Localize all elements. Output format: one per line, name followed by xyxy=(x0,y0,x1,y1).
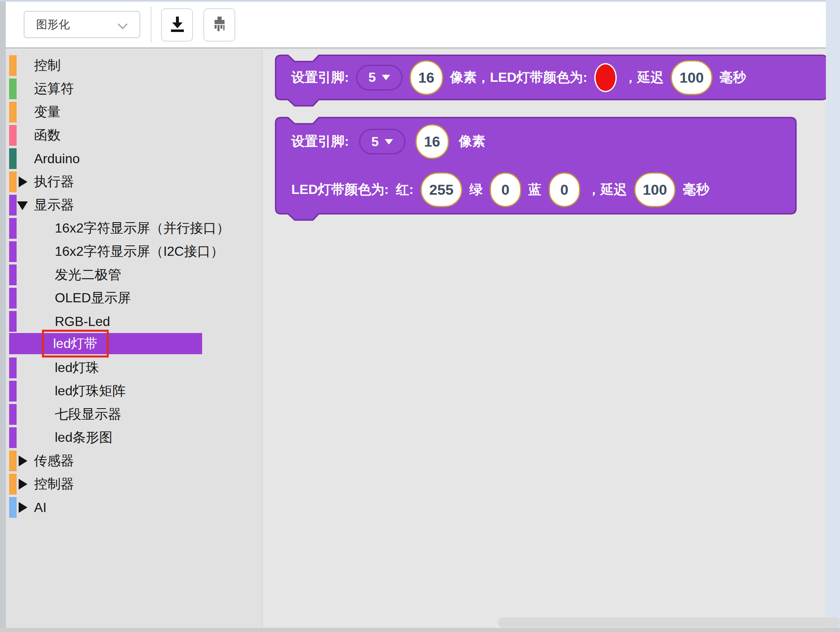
category-color-square xyxy=(9,102,17,122)
category-color-square xyxy=(9,265,17,285)
dropdown-value: 5 xyxy=(371,134,379,149)
pixels-label: 像素 xyxy=(459,132,486,151)
delay-ms-input[interactable]: 100 xyxy=(634,172,676,207)
sidebar-item-led-bead-matrix[interactable]: led灯珠矩阵 xyxy=(6,380,262,403)
category-color-square xyxy=(9,427,17,448)
triangle-down-icon xyxy=(17,201,28,210)
clean-button[interactable] xyxy=(203,8,235,42)
green-label: 绿 xyxy=(469,181,483,199)
category-color-square xyxy=(9,404,17,425)
strip-color-prefix-label: LED灯带颜色为: xyxy=(291,181,389,199)
download-button[interactable] xyxy=(161,8,193,42)
sidebar-item-led-diode[interactable]: 发光二极管 xyxy=(6,263,262,287)
toolbox-sidebar: 控制运算符变量函数Arduino执行器显示器16x2字符显示屏（并行接口）16x… xyxy=(6,50,263,628)
category-color-square xyxy=(9,474,17,495)
dropdown-value: 5 xyxy=(369,70,376,85)
red-value-input[interactable]: 255 xyxy=(420,172,462,207)
sidebar-item-label: OLED显示屏 xyxy=(55,289,131,307)
sidebar-item-label: 传感器 xyxy=(34,452,74,470)
sidebar-item-label: 控制器 xyxy=(34,475,74,493)
category-color-square xyxy=(9,218,17,239)
category-color-square xyxy=(9,497,17,518)
app-root: 图形化 控制运算符变量函数Arduino执行器显示器16x2字 xyxy=(0,0,840,632)
dropdown-caret-icon xyxy=(385,139,393,145)
category-color-square xyxy=(9,311,17,332)
set-pin-label: 设置引脚: xyxy=(291,132,349,151)
sidebar-item-operators[interactable]: 运算符 xyxy=(6,77,262,100)
delay-label: ，延迟 xyxy=(587,181,627,199)
sidebar-item-label: led灯带 xyxy=(53,335,98,353)
sidebar-item-label: led条形图 xyxy=(55,429,112,447)
block-row: 设置引脚:516像素 xyxy=(276,118,796,166)
block-set-led-strip-color-rgb[interactable]: 设置引脚:516像素LED灯带颜色为:红:255绿0蓝0，延迟100毫秒 xyxy=(276,118,796,214)
triangle-right-icon xyxy=(19,502,27,513)
workspace-canvas[interactable]: 设置引脚:516像素，LED灯带颜色为:，延迟100毫秒 设置引脚:516像素L… xyxy=(264,50,826,628)
sidebar-item-display[interactable]: 显示器 xyxy=(6,194,262,217)
sidebar-item-label: 函数 xyxy=(34,126,61,145)
green-value-input[interactable]: 0 xyxy=(490,172,521,207)
sidebar-item-control[interactable]: 控制 xyxy=(6,54,262,77)
selection-annotation-box: led灯带 xyxy=(42,330,109,358)
milliseconds-label: 毫秒 xyxy=(683,181,709,199)
category-color-square xyxy=(9,241,17,262)
sidebar-item-lcd-16x2-parallel[interactable]: 16x2字符显示屏（并行接口） xyxy=(6,217,262,240)
pin-number-dropdown[interactable]: 5 xyxy=(359,129,405,154)
left-edge-strip xyxy=(0,2,6,632)
category-color-square xyxy=(9,288,17,309)
toolbar: 图形化 xyxy=(6,2,826,49)
triangle-right-icon xyxy=(19,176,27,187)
sidebar-item-variables[interactable]: 变量 xyxy=(6,100,262,124)
sidebar-item-label: 显示器 xyxy=(34,196,74,214)
sidebar-item-ai[interactable]: AI xyxy=(6,496,262,519)
category-color-square xyxy=(9,78,17,99)
sidebar-item-functions[interactable]: 函数 xyxy=(6,124,262,147)
sidebar-item-lcd-16x2-i2c[interactable]: 16x2字符显示屏（I2C接口） xyxy=(6,240,262,263)
sidebar-item-sensors[interactable]: 传感器 xyxy=(6,449,262,473)
delay-ms-input[interactable]: 100 xyxy=(671,60,712,95)
category-color-square xyxy=(9,148,17,169)
blue-value-input[interactable]: 0 xyxy=(549,172,580,207)
mode-select-value: 图形化 xyxy=(36,17,70,32)
block-set-led-strip-color-simple[interactable]: 设置引脚:516像素，LED灯带颜色为:，延迟100毫秒 xyxy=(276,55,827,100)
sidebar-item-label: AI xyxy=(34,500,46,515)
category-color-square xyxy=(9,125,17,146)
blue-label: 蓝 xyxy=(528,181,542,199)
pixel-count-input[interactable]: 16 xyxy=(410,60,443,95)
sidebar-item-label: 发光二极管 xyxy=(55,266,121,284)
mode-select[interactable]: 图形化 xyxy=(24,11,140,38)
sidebar-item-controllers[interactable]: 控制器 xyxy=(6,473,262,496)
category-color-square xyxy=(9,451,17,471)
broom-icon xyxy=(212,17,227,33)
category-color-square xyxy=(9,195,17,216)
block-content: 设置引脚:516像素LED灯带颜色为:红:255绿0蓝0，延迟100毫秒 xyxy=(276,118,796,214)
vertical-scrollbar-track[interactable] xyxy=(826,0,840,632)
download-icon xyxy=(169,16,185,34)
dropdown-caret-icon xyxy=(382,75,390,80)
sidebar-category-list: 控制运算符变量函数Arduino执行器显示器16x2字符显示屏（并行接口）16x… xyxy=(6,54,262,519)
pin-number-dropdown[interactable]: 5 xyxy=(356,65,403,91)
sidebar-item-seven-segment[interactable]: 七段显示器 xyxy=(6,403,262,426)
strip-color-swatch[interactable] xyxy=(594,63,617,92)
pixel-count-input[interactable]: 16 xyxy=(415,124,449,159)
sidebar-item-label: led灯珠 xyxy=(55,359,99,377)
red-label: 红: xyxy=(396,181,414,199)
sidebar-item-led-bargraph[interactable]: led条形图 xyxy=(6,426,262,449)
sidebar-item-label: 16x2字符显示屏（并行接口） xyxy=(55,219,230,238)
sidebar-item-label: 七段显示器 xyxy=(55,405,121,424)
chevron-down-icon xyxy=(117,19,127,29)
sidebar-item-oled-display[interactable]: OLED显示屏 xyxy=(6,287,262,310)
category-color-square xyxy=(9,358,17,378)
horizontal-scrollbar-thumb[interactable] xyxy=(498,617,840,627)
category-color-square xyxy=(9,171,17,192)
sidebar-item-label: RGB-Led xyxy=(55,314,110,329)
sidebar-item-led-bead[interactable]: led灯珠 xyxy=(6,356,262,380)
sidebar-item-label: 变量 xyxy=(34,103,61,121)
sidebar-item-label: 控制 xyxy=(34,56,61,75)
sidebar-item-label: led灯珠矩阵 xyxy=(55,382,126,400)
block-row: LED灯带颜色为:红:255绿0蓝0，延迟100毫秒 xyxy=(276,166,796,214)
sidebar-item-label: 执行器 xyxy=(34,173,74,191)
sidebar-item-actuators[interactable]: 执行器 xyxy=(6,170,262,194)
sidebar-item-led-strip[interactable]: led灯带 xyxy=(6,333,262,356)
milliseconds-label: 毫秒 xyxy=(720,69,746,87)
sidebar-item-arduino[interactable]: Arduino xyxy=(6,147,262,170)
